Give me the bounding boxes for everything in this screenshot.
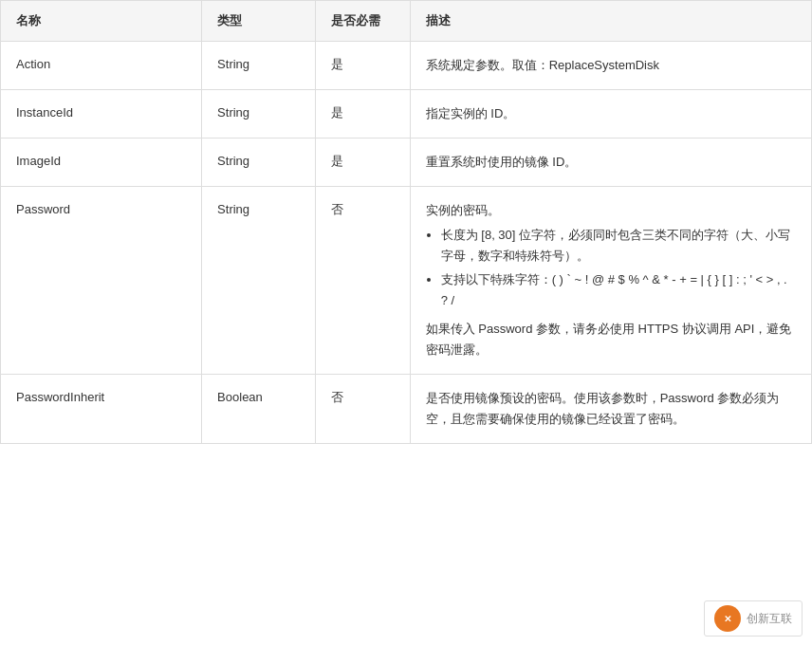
cell-description: 重置系统时使用的镜像 ID。 xyxy=(410,138,811,187)
table-row: ImageIdString是重置系统时使用的镜像 ID。 xyxy=(1,138,811,187)
cell-required: 是 xyxy=(315,42,410,90)
cell-required: 是 xyxy=(315,138,410,187)
cell-type: Boolean xyxy=(202,374,316,443)
cell-name: Password xyxy=(1,187,202,375)
cell-type: String xyxy=(202,90,316,138)
description-list-item: 长度为 [8, 30] 位字符，必须同时包含三类不同的字符（大、小写字母，数字和… xyxy=(441,225,796,267)
description-text: 系统规定参数。取值：ReplaceSystemDisk xyxy=(426,55,796,76)
description-text: 是否使用镜像预设的密码。使用该参数时，Password 参数必须为空，且您需要确… xyxy=(426,388,796,430)
cell-required: 是 xyxy=(315,90,410,138)
table-row: ActionString是系统规定参数。取值：ReplaceSystemDisk xyxy=(1,42,811,90)
table-row: PasswordInheritBoolean否是否使用镜像预设的密码。使用该参数… xyxy=(1,374,811,443)
cell-name: InstanceId xyxy=(1,90,202,138)
description-footer: 如果传入 Password 参数，请务必使用 HTTPS 协议调用 API，避免… xyxy=(426,319,796,360)
table-header-row: 名称 类型 是否必需 描述 xyxy=(1,1,811,42)
cell-type: String xyxy=(202,187,316,375)
cell-type: String xyxy=(202,42,316,90)
cell-name: Action xyxy=(1,42,202,90)
header-name: 名称 xyxy=(1,1,202,42)
header-type: 类型 xyxy=(202,1,316,42)
api-params-table: 名称 类型 是否必需 描述 ActionString是系统规定参数。取值：Rep… xyxy=(0,0,812,444)
cell-description: 指定实例的 ID。 xyxy=(410,90,811,138)
cell-name: ImageId xyxy=(1,138,202,187)
cell-description: 系统规定参数。取值：ReplaceSystemDisk xyxy=(410,42,811,90)
cell-description: 是否使用镜像预设的密码。使用该参数时，Password 参数必须为空，且您需要确… xyxy=(410,374,811,443)
cell-required: 否 xyxy=(315,187,410,375)
description-intro: 实例的密码。 xyxy=(426,200,796,221)
description-text: 指定实例的 ID。 xyxy=(426,103,796,124)
description-text: 重置系统时使用的镜像 ID。 xyxy=(426,152,796,173)
description-list-item: 支持以下特殊字符：( ) ` ~ ! @ # $ % ^ & * - + = |… xyxy=(441,269,796,311)
description-list: 长度为 [8, 30] 位字符，必须同时包含三类不同的字符（大、小写字母，数字和… xyxy=(441,225,796,310)
table-row: InstanceIdString是指定实例的 ID。 xyxy=(1,90,811,138)
cell-type: String xyxy=(202,138,316,187)
description-content: 实例的密码。长度为 [8, 30] 位字符，必须同时包含三类不同的字符（大、小写… xyxy=(426,200,796,360)
cell-description: 实例的密码。长度为 [8, 30] 位字符，必须同时包含三类不同的字符（大、小写… xyxy=(410,187,811,375)
cell-name: PasswordInherit xyxy=(1,374,202,443)
cell-required: 否 xyxy=(315,374,410,443)
header-description: 描述 xyxy=(410,1,811,42)
table-row: PasswordString否实例的密码。长度为 [8, 30] 位字符，必须同… xyxy=(1,187,811,375)
header-required: 是否必需 xyxy=(315,1,410,42)
